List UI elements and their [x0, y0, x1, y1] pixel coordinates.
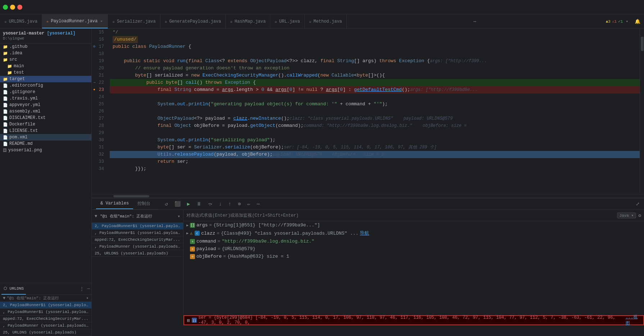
- maximize-panel-icon[interactable]: ⤢: [636, 201, 640, 207]
- stack-item-1[interactable]: 2, PayloadRunner$1 (ysoserial.payloa...: [92, 223, 183, 230]
- maximize-button[interactable]: [3, 5, 8, 10]
- sidebar: ysoserial-master [ysoserial] D:\yingwe 📁…: [0, 29, 92, 336]
- step-over-icon[interactable]: ⤼: [207, 200, 214, 208]
- var-objbefore[interactable]: ▶ o objBefore = {HashMap@632} size = 1: [183, 253, 644, 260]
- line-31: 31: [92, 144, 107, 151]
- file-tree: 📁 .github 📁 .idea 📁 src 📁 main 📁 test 📁: [0, 43, 91, 283]
- ser-expand-icon[interactable]: ▤: [187, 318, 190, 323]
- sidebar-item-main[interactable]: 📁 main: [0, 63, 91, 69]
- tab-serializer[interactable]: ☕ Serializer.java: [108, 14, 160, 28]
- minimap-scrollbar[interactable]: [640, 29, 644, 194]
- tab-url[interactable]: ☕ URL.java: [270, 14, 304, 28]
- sidebar-item-src[interactable]: 📁 src: [0, 56, 91, 63]
- ser-variable-row[interactable]: ▤ [] ser = {byte[299]@684} [-84, -19, 0,…: [183, 315, 644, 325]
- tab-generatepayload[interactable]: ☕ GeneratePayload.java: [160, 14, 226, 28]
- var-name-label: clazz: [201, 231, 215, 236]
- stack-item-4[interactable]: , PayloadRunner (ysoserial.payloads,...: [92, 243, 183, 250]
- stop-breakpoints-icon[interactable]: ⊗: [236, 200, 242, 208]
- var-command[interactable]: ▶ s command = "http://f399ba9e.log.dnslo…: [183, 238, 644, 245]
- sidebar-item-dockerfile[interactable]: 📄 Dockerfile: [0, 121, 91, 128]
- tab-payloadrunner[interactable]: ☕ PayloadRunner.java ✕: [42, 14, 108, 28]
- clear-icon[interactable]: ✏: [246, 200, 251, 208]
- stack-frame-3[interactable]: apped:72, ExecCheckingSecurityMar...: [0, 316, 91, 322]
- more-tabs-button[interactable]: ⋯: [470, 14, 480, 28]
- stack-frame-2[interactable]: , PayloadRunner$1 (ysoserial.payloa...: [0, 309, 91, 316]
- filter-icon[interactable]: ▼: [95, 214, 97, 219]
- java-mode-badge[interactable]: Java ▾: [617, 212, 636, 218]
- warn-count: ▲3: [606, 19, 611, 24]
- var-payload[interactable]: ▶ o payload = {URLDNS@579}: [183, 245, 644, 253]
- view-link[interactable]: ...视图: [626, 314, 640, 325]
- close-button[interactable]: [17, 5, 22, 10]
- breakpoint-icon[interactable]: ●: [93, 86, 95, 93]
- sidebar-item-readme[interactable]: 📄 README.md: [0, 141, 91, 147]
- rerun-icon[interactable]: ↺: [163, 200, 169, 208]
- variables-tab[interactable]: & Variables: [96, 198, 133, 209]
- sidebar-item-pomxml[interactable]: 📄 pom.xml: [0, 134, 91, 141]
- java-icon: ☕: [112, 19, 115, 24]
- sidebar-item-github[interactable]: 📁 .github: [0, 43, 91, 50]
- stack-item-3[interactable]: apped:72, ExecCheckingSecurityMar...: [92, 236, 183, 243]
- more-actions-icon[interactable]: ⋯: [255, 200, 261, 208]
- thread-callstack-panel: ▼ "@1 在组"main": 正在运行 ▾ 2, PayloadRunner$…: [92, 210, 183, 325]
- sidebar-item-license[interactable]: 📄 LICENSE.txt: [0, 128, 91, 134]
- expand-icon[interactable]: ▶: [186, 223, 189, 227]
- file-icon: 📄: [3, 135, 8, 140]
- console-tab[interactable]: 控制台: [133, 198, 155, 209]
- tab-hashmap[interactable]: ☕ HashMap.java: [226, 14, 270, 28]
- tab-more-icon[interactable]: ⋮: [80, 286, 84, 292]
- var-value: {Class@493} "class ysoserial.payloads.UR…: [221, 231, 358, 236]
- sidebar-item-disclaimer[interactable]: 📄 DISCLAIMER.txt: [0, 115, 91, 121]
- stack-frame-4[interactable]: , PayloadRunner (ysoserial.payloads,...: [0, 322, 91, 329]
- code-content[interactable]: */ /unused/ public class PayloadRunner {…: [110, 29, 640, 194]
- filter-icon[interactable]: ▼: [3, 296, 5, 301]
- sidebar-item-ysoserial-png[interactable]: 🖼 ysoserial.png: [0, 147, 91, 153]
- notifications-button[interactable]: 🔔: [631, 14, 644, 28]
- navigate-link[interactable]: 导航: [360, 230, 369, 236]
- stop-icon[interactable]: ⬛: [173, 200, 182, 208]
- stack-item-2[interactable]: , PayloadRunner$1 (ysoserial.payloa...: [92, 230, 183, 236]
- sidebar-item-travis[interactable]: 📄 .travis.yml: [0, 95, 91, 102]
- minimize-button[interactable]: [10, 5, 15, 10]
- line-18: 18: [92, 50, 107, 57]
- line-24: 24: [92, 93, 107, 101]
- sidebar-item-target[interactable]: 📁 target: [0, 76, 91, 82]
- item-label: ysoserial.png: [8, 148, 42, 153]
- annotation-icon: ⊙: [93, 43, 95, 50]
- evaluate-hint: 对表达式求值(Enter)或添加监视(Ctrl+Shift+Enter): [186, 212, 299, 218]
- urldns-tab-label[interactable]: ⬡ URLDNS: [1, 283, 26, 295]
- expand-icon[interactable]: ▾: [626, 19, 628, 24]
- sidebar-item-gitignore[interactable]: 📄 .gitignore: [0, 89, 91, 95]
- sidebar-item-appveyor[interactable]: 📄 appveyor.yml: [0, 102, 91, 108]
- minimize-debug-icon[interactable]: —: [87, 286, 90, 291]
- horizontal-scrollbar[interactable]: [92, 194, 644, 198]
- pause-icon[interactable]: ⏸: [195, 201, 203, 208]
- thread-dropdown-btn[interactable]: ▾: [177, 213, 180, 219]
- sidebar-item-idea[interactable]: 📁 .idea: [0, 50, 91, 56]
- resume-icon[interactable]: ▶: [186, 200, 191, 208]
- stack-item-5[interactable]: 25, URLDNS (ysoserial.payloads): [92, 250, 183, 257]
- stack-frame-1[interactable]: 2, PayloadRunner$1 (ysoserial.payloa...: [0, 302, 91, 309]
- tab-close-button[interactable]: ✕: [100, 18, 103, 24]
- line-17: 17 ⊙: [92, 43, 107, 50]
- step-out-icon[interactable]: ↑: [227, 201, 233, 208]
- settings-icon[interactable]: ⚙: [638, 213, 641, 218]
- var-clazz[interactable]: ▶ ⚠ C clazz = {Class@493} "class ysoseri…: [183, 229, 644, 238]
- var-args[interactable]: ▶ [] args = {String[1]@551} ["http://f39…: [183, 221, 644, 229]
- step-into-icon[interactable]: ↓: [217, 201, 223, 208]
- code-line-25: System.out.println("generating payload o…: [110, 101, 640, 108]
- tab-method[interactable]: ☕ Method.java: [305, 14, 347, 28]
- var-value: {HashMap@632} size = 1: [227, 254, 289, 259]
- file-icon: 📄: [3, 142, 8, 146]
- expand-icon[interactable]: ▶: [186, 231, 189, 235]
- sidebar-item-editorconfig[interactable]: 📄 .editorconfig: [0, 82, 91, 89]
- tab-urldns[interactable]: ☕ URLDNS.java: [0, 14, 42, 28]
- sidebar-item-test[interactable]: 📁 test: [0, 69, 91, 76]
- item-label: target: [9, 77, 25, 82]
- thread-dropdown[interactable]: ▾: [86, 296, 89, 300]
- thread-filter-row: ▼ "@1 在组"main": 正在运行 ▾: [92, 210, 183, 223]
- stack-frame-5[interactable]: 25, URLDNS (ysoserial.payloads): [0, 329, 91, 336]
- code-editor[interactable]: 15 16 17 ⊙ 18 19 20 21 22 → 23 ● 24: [92, 29, 644, 194]
- project-name: ysoserial-master [ysoserial] D:\yingwe: [3, 31, 76, 41]
- sidebar-item-assembly[interactable]: 📄 assembly.xml: [0, 108, 91, 115]
